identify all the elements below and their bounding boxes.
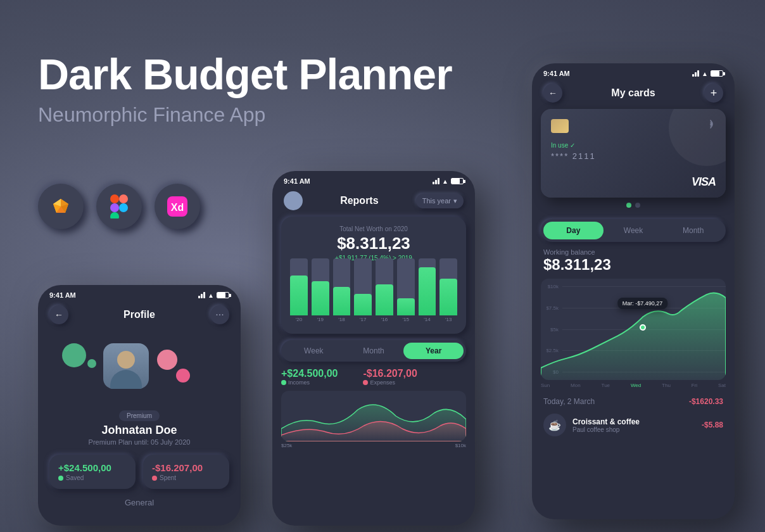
svg-rect-8 [110, 203, 119, 212]
profile-status-time: 9:41 AM [49, 291, 76, 299]
bar-20 [290, 258, 308, 315]
day-wed: Wed [631, 383, 641, 388]
transaction-item[interactable]: ☕ Croissant & coffee Paul coffee shop -$… [532, 408, 735, 441]
bar-13 [439, 258, 457, 315]
cards-header: ← My cards + [532, 80, 735, 109]
transaction-icon: ☕ [543, 414, 566, 436]
profile-status-bar: 9:41 AM ▲ [38, 285, 241, 301]
card-dots [541, 203, 726, 208]
working-balance-value: $8.311,23 [543, 256, 723, 274]
income-value: +$24.500,00 [281, 368, 338, 379]
svg-point-9 [119, 203, 128, 212]
tab-day[interactable]: Day [543, 222, 604, 239]
profile-avatar-section [49, 331, 229, 407]
working-balance-section: Working balance $8.311,23 [532, 242, 735, 274]
spent-value: -$16.207,00 [152, 462, 220, 473]
sketch-icon[interactable] [38, 184, 84, 229]
cards-add-button[interactable]: + [704, 84, 723, 103]
bar-19 [312, 258, 329, 315]
chevron-down-icon: ▾ [453, 197, 457, 205]
bar-14 [419, 258, 436, 315]
title-section: Dark Budget Planner Neumorphic Finance A… [38, 51, 452, 127]
card-dot-2[interactable] [635, 203, 640, 208]
tooltip-dot [640, 324, 646, 331]
phone-reports: 9:41 AM ▲ Reports This year ▾ Total Net … [272, 171, 475, 526]
expense-section: -$16.207,00 Expenses [363, 368, 417, 386]
day-tue: Tue [602, 383, 610, 388]
tab-week[interactable]: Week [604, 222, 664, 239]
bar-group-19: '19 [312, 258, 329, 322]
wave-labels: $25k $10k [272, 441, 475, 450]
spent-label: Spent [152, 474, 220, 481]
card-dot-1[interactable] [626, 203, 631, 208]
figma-icon[interactable] [96, 184, 142, 229]
bar-group-16: '16 [376, 258, 393, 322]
wifi-icon: ▲ [208, 292, 214, 299]
wave-chart [281, 391, 466, 441]
card-in-use: In use ✓ [551, 142, 716, 149]
cards-back-button[interactable]: ← [543, 84, 562, 103]
svg-rect-10 [110, 212, 119, 218]
bar-group-15: '15 [397, 258, 415, 322]
bar-16 [376, 258, 393, 315]
tab-month[interactable]: Month [663, 222, 723, 239]
saved-value: +$24.500,00 [58, 462, 127, 473]
svg-rect-6 [110, 194, 119, 203]
profile-status-icons: ▲ [198, 292, 229, 299]
income-expense-row: +$24.500,00 Incomes -$16.207,00 Expenses [281, 368, 466, 386]
blob-pink-2 [176, 369, 190, 383]
phone-profile: 9:41 AM ▲ ← Profile ··· [38, 285, 241, 526]
xd-icon[interactable]: Xd [155, 184, 200, 229]
spent-stat-card: -$16.207,00 Spent [143, 455, 229, 489]
expense-value: -$16.207,00 [363, 368, 417, 379]
expense-dot [363, 380, 368, 385]
nfc-icon [705, 119, 716, 132]
avatar-body [110, 370, 142, 389]
cards-status-icons: ▲ [692, 70, 723, 77]
today-label: Today, 2 March [543, 397, 595, 406]
card-number: **** 2111 [551, 151, 716, 161]
saved-label: Saved [58, 474, 127, 481]
this-year-filter[interactable]: This year ▾ [416, 194, 464, 208]
tab-week[interactable]: Week [284, 343, 344, 359]
cards-status-time: 9:41 AM [543, 70, 570, 77]
profile-back-button[interactable]: ← [49, 305, 68, 324]
chart-label: Total Net Worth on 2020 [290, 225, 457, 232]
svg-rect-7 [119, 194, 128, 203]
expense-label: Expenses [363, 379, 417, 386]
tool-icons: Xd [38, 184, 200, 229]
blob-green-1 [62, 343, 86, 367]
avatar-person [103, 343, 149, 389]
profile-screen-title: Profile [123, 309, 155, 320]
page-title: Dark Budget Planner [38, 51, 452, 98]
user-name: Johnatan Doe [38, 424, 241, 437]
cards-wifi-icon: ▲ [702, 70, 708, 77]
today-amount: -$1620.33 [689, 397, 723, 406]
tab-month[interactable]: Month [344, 343, 404, 359]
day-sat: Sat [718, 383, 726, 388]
reports-screen-title: Reports [340, 195, 378, 206]
today-section: Today, 2 March -$1620.33 [532, 391, 735, 408]
transaction-shop: Paul coffee shop [572, 426, 640, 433]
premium-badge: Premium [119, 410, 160, 421]
blob-green-2 [87, 359, 96, 368]
bar-group-17: '17 [354, 258, 372, 322]
income-section: +$24.500,00 Incomes [281, 368, 338, 386]
income-label: Incomes [281, 379, 338, 386]
page-subtitle: Neumorphic Finance App [38, 103, 452, 127]
bar-group-13: '13 [439, 258, 457, 322]
user-plan: Premium Plan until: 05 July 2020 [38, 438, 241, 446]
reports-status-icons: ▲ [433, 178, 464, 185]
period-tabs: Week Month Year [281, 340, 466, 362]
time-tabs: Day Week Month [541, 219, 726, 242]
reports-status-bar: 9:41 AM ▲ [272, 171, 475, 187]
reports-status-time: 9:41 AM [284, 177, 310, 185]
tab-year[interactable]: Year [403, 343, 464, 359]
saved-stat-card: +$24.500,00 Saved [49, 455, 136, 489]
spent-dot [152, 476, 157, 481]
bar-18 [333, 258, 351, 315]
profile-more-button[interactable]: ··· [210, 305, 229, 324]
reports-header: Reports This year ▾ [272, 187, 475, 217]
day-labels: Sun Mon Tue Wed Thu Fri Sat [532, 380, 735, 391]
svg-text:Xd: Xd [171, 202, 184, 213]
